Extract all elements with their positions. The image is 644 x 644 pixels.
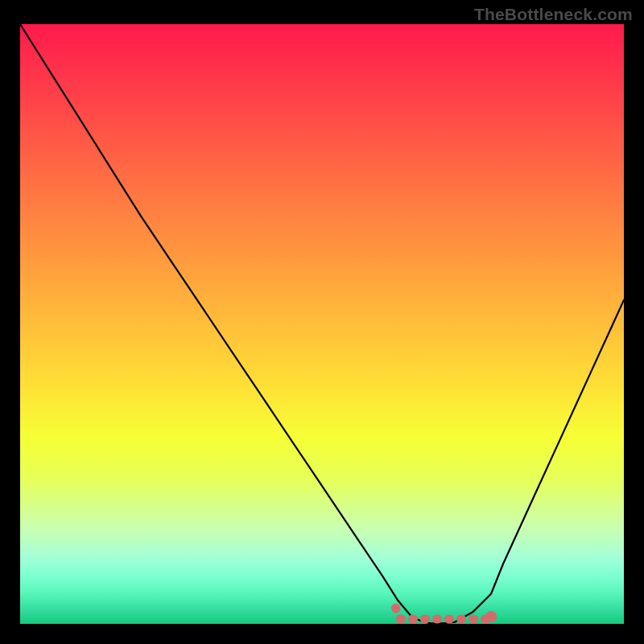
optimal-range-marker: [20, 24, 624, 624]
watermark-text: TheBottleneck.com: [474, 5, 633, 24]
chart-frame: TheBottleneck.com: [0, 0, 644, 644]
svg-point-1: [485, 611, 497, 622]
plot-area: [20, 24, 624, 624]
